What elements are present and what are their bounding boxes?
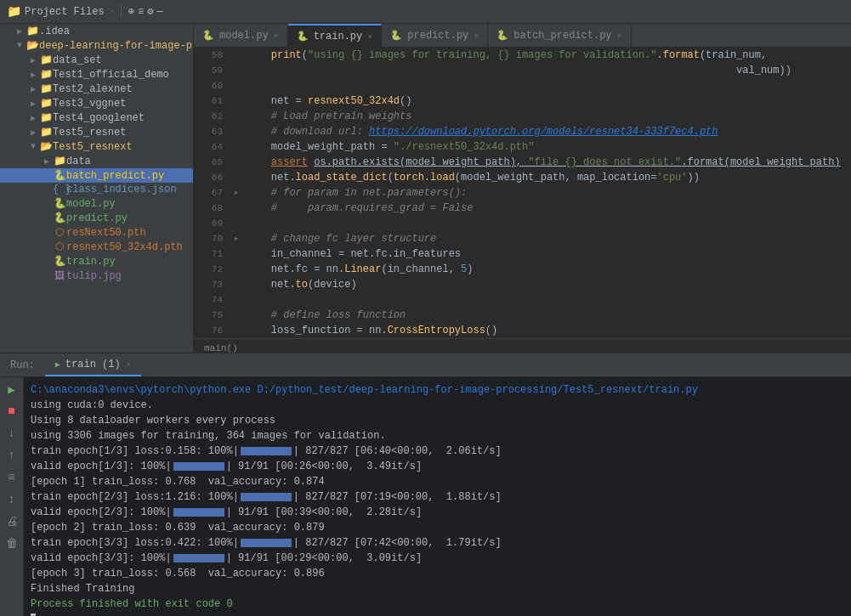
code-line-58: 58 print("using {} images for training, … xyxy=(194,48,851,63)
console-line-4: train epoch[1/3] loss:0.158: 100%|| 827/… xyxy=(31,444,844,459)
progress-bar-4 xyxy=(173,508,224,517)
py-file-icon: 🐍 xyxy=(53,212,66,224)
sidebar-item-resnext50-pth[interactable]: ⬡ resNext50.pth xyxy=(0,225,193,240)
line-number: 66 xyxy=(194,170,230,185)
sidebar-item-idea[interactable]: ▶ 📁 .idea xyxy=(0,24,193,38)
tab-train[interactable]: 🐍 train.py ✕ xyxy=(288,24,383,47)
sidebar-item-test5-resnext[interactable]: ▼ 📂 Test5_resnext xyxy=(0,139,193,154)
sidebar-item-test1[interactable]: ▶ 📁 Test1_official_demo xyxy=(0,67,193,82)
run-play-button[interactable]: ▶ xyxy=(3,381,20,398)
run-menu-button[interactable]: ≡ xyxy=(3,469,20,486)
sidebar-item-batch-predict[interactable]: 🐍 batch_predict.py xyxy=(0,168,193,183)
run-panel: ▶ ■ ↓ ↑ ≡ ↕ 🖨 🗑 C:\anaconda3\envs\pytorc… xyxy=(0,377,851,616)
tab-close-model[interactable]: ✕ xyxy=(274,31,279,41)
item-label: Test4_googlenet xyxy=(53,112,145,124)
top-toolbar: 📁 Project Files > ⊕ ≡ ⚙ — xyxy=(0,0,851,24)
run-tab-close[interactable]: ✕ xyxy=(126,359,131,370)
arrow-icon: ▶ xyxy=(14,26,26,37)
run-down-button[interactable]: ↓ xyxy=(3,425,20,442)
sidebar-item-resnext50-32x4d-pth[interactable]: ⬡ resnext50_32x4d.pth xyxy=(0,240,193,254)
tab-icon-train: 🐍 xyxy=(297,31,309,42)
code-line-74: 74 xyxy=(194,292,851,308)
sidebar-item-test2[interactable]: ▶ 📁 Test2_alexnet xyxy=(0,82,193,96)
console-line-13: Finished Training xyxy=(31,581,844,596)
arrow-icon: ▼ xyxy=(14,41,26,50)
code-line-75: 75 # define loss function xyxy=(194,308,851,323)
project-files-label[interactable]: Project Files xyxy=(25,6,105,18)
exit-code-text: Process finished with exit code 0 xyxy=(31,598,233,610)
console-line-cmd: C:\anaconda3\envs\pytorch\python.exe D:/… xyxy=(31,382,844,398)
run-stop-button[interactable]: ■ xyxy=(3,403,20,420)
line-number: 75 xyxy=(194,308,230,323)
tab-close-predict[interactable]: ✕ xyxy=(474,31,479,41)
line-content: # download url: https://download.pytorch… xyxy=(243,124,851,139)
item-label: Test2_alexnet xyxy=(53,83,133,95)
sidebar-item-test4[interactable]: ▶ 📁 Test4_googlenet xyxy=(0,110,193,125)
console-line-11: valid epoch[3/3]: 100%|| 91/91 [00:29<00… xyxy=(31,551,844,566)
arrow-icon: ▶ xyxy=(27,55,39,65)
sidebar-item-predict-py[interactable]: 🐍 predict.py xyxy=(0,211,193,225)
console-output[interactable]: C:\anaconda3\envs\pytorch\python.exe D:/… xyxy=(24,377,851,616)
folder-icon: 📁 xyxy=(39,126,53,138)
item-label: Test5_resnext xyxy=(53,141,133,153)
console-line-12: [epoch 3] train_loss: 0.568 val_accuracy… xyxy=(31,566,844,581)
toolbar-list-icon[interactable]: ≡ xyxy=(138,6,144,18)
tab-label-predict: predict.py xyxy=(407,30,468,42)
folder-open-icon: 📂 xyxy=(26,39,39,52)
arrow-icon: ▶ xyxy=(27,70,39,80)
code-line-63: 63 # download url: https://download.pyto… xyxy=(194,124,851,139)
tab-model[interactable]: 🐍 model.py ✕ xyxy=(194,24,288,47)
console-line-2: Using 8 dataloader workers every process xyxy=(31,413,844,428)
sidebar-item-model-py[interactable]: 🐍 model.py xyxy=(0,196,193,211)
console-line-1: using cuda:0 device. xyxy=(31,398,844,413)
editor-area: 🐍 model.py ✕ 🐍 train.py ✕ 🐍 predict.py ✕… xyxy=(194,24,851,353)
toolbar-settings-icon[interactable]: ⚙ xyxy=(147,5,153,18)
console-line-10: train epoch[3/3] loss:0.422: 100%|| 827/… xyxy=(31,535,844,551)
line-content: model_weight_path = "./resnext50_32x4d.p… xyxy=(243,139,851,155)
console-command: C:\anaconda3\envs\pytorch\python.exe D:/… xyxy=(31,384,698,396)
run-up-button[interactable]: ↑ xyxy=(3,447,20,464)
sidebar-item-test3[interactable]: ▶ 📁 Test3_vggnet xyxy=(0,96,193,110)
tab-icon-batch-predict: 🐍 xyxy=(496,30,508,41)
line-content: net.fc = nn.Linear(in_channel, 5) xyxy=(243,262,851,277)
line-number: 64 xyxy=(194,139,230,155)
code-line-61: 61 net = resnext50_32x4d() xyxy=(194,93,851,109)
line-number: 60 xyxy=(194,78,230,93)
line-number: 59 xyxy=(194,63,230,78)
line-number: 62 xyxy=(194,109,230,124)
bottom-panel: Run: ▶ train (1) ✕ ▶ ■ ↓ ↑ ≡ ↕ 🖨 🗑 C:\an… xyxy=(0,353,851,616)
arrow-icon: ▶ xyxy=(41,156,53,167)
run-clear-button[interactable]: 🗑 xyxy=(3,535,20,552)
sidebar-item-tulip-jpg[interactable]: 🖼 tulip.jpg xyxy=(0,268,193,283)
sidebar-item-test5-resnet[interactable]: ▶ 📁 Test5_resnet xyxy=(0,125,193,139)
pth-file-icon: ⬡ xyxy=(53,226,66,239)
toolbar-add-icon[interactable]: ⊕ xyxy=(128,5,134,18)
run-tab[interactable]: ▶ train (1) ✕ xyxy=(45,353,141,376)
sidebar: ▶ 📁 .idea ▼ 📂 deep-learning-for-image-pr… xyxy=(0,24,194,353)
run-split-button[interactable]: ↕ xyxy=(3,491,20,508)
sidebar-item-data[interactable]: ▶ 📁 data xyxy=(0,154,193,168)
gutter: ▸ xyxy=(230,231,243,246)
arrow-icon: ▶ xyxy=(27,127,39,138)
item-label: train.py xyxy=(66,256,116,268)
tab-close-train[interactable]: ✕ xyxy=(367,31,372,42)
tab-close-batch-predict[interactable]: ✕ xyxy=(617,31,622,41)
line-content: loss_function = nn.CrossEntropyLoss() xyxy=(243,323,851,338)
tab-batch-predict[interactable]: 🐍 batch_predict.py ✕ xyxy=(488,24,631,47)
folder-icon: 📁 xyxy=(39,82,53,95)
folder-icon: 📁 xyxy=(39,97,53,110)
toolbar-minimize-icon[interactable]: — xyxy=(157,6,163,18)
code-line-69: 69 xyxy=(194,216,851,231)
py-file-icon: 🐍 xyxy=(53,169,66,182)
item-label: predict.py xyxy=(66,212,128,224)
console-cursor-line xyxy=(31,612,844,616)
sidebar-item-class-indices[interactable]: { } class_indices.json xyxy=(0,183,193,196)
run-print-button[interactable]: 🖨 xyxy=(3,513,20,530)
console-line-3: using 3306 images for training, 364 imag… xyxy=(31,428,844,444)
sidebar-item-data-set[interactable]: ▶ 📁 data_set xyxy=(0,53,193,67)
run-sidebar: ▶ ■ ↓ ↑ ≡ ↕ 🖨 🗑 xyxy=(0,377,24,616)
sidebar-item-train-py[interactable]: 🐍 train.py xyxy=(0,254,193,268)
tab-predict[interactable]: 🐍 predict.py ✕ xyxy=(382,24,488,47)
code-editor[interactable]: 58 print("using {} images for training, … xyxy=(194,48,851,353)
sidebar-item-deep-learning[interactable]: ▼ 📂 deep-learning-for-image-pr... xyxy=(0,38,193,53)
